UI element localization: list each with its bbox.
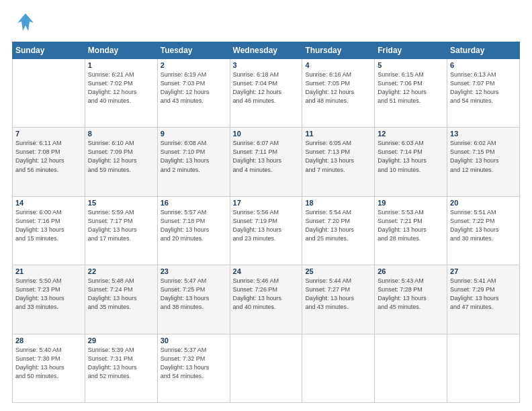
week-row-3: 14Sunrise: 6:00 AM Sunset: 7:16 PM Dayli… — [13, 196, 520, 265]
day-info: Sunrise: 5:50 AM Sunset: 7:23 PM Dayligh… — [15, 277, 82, 312]
day-info: Sunrise: 5:47 AM Sunset: 7:25 PM Dayligh… — [161, 277, 227, 312]
day-number: 26 — [378, 267, 444, 275]
calendar-cell: 25Sunrise: 5:44 AM Sunset: 7:27 PM Dayli… — [302, 265, 375, 334]
day-number: 1 — [88, 61, 154, 69]
calendar-cell: 29Sunrise: 5:39 AM Sunset: 7:31 PM Dayli… — [85, 334, 157, 402]
svg-marker-0 — [17, 13, 34, 31]
calendar-cell: 13Sunrise: 6:02 AM Sunset: 7:15 PM Dayli… — [447, 128, 520, 196]
day-number: 27 — [450, 267, 517, 275]
week-row-5: 28Sunrise: 5:40 AM Sunset: 7:30 PM Dayli… — [13, 334, 520, 402]
day-info: Sunrise: 5:57 AM Sunset: 7:18 PM Dayligh… — [161, 208, 227, 243]
calendar-cell — [447, 334, 520, 402]
day-info: Sunrise: 6:13 AM Sunset: 7:07 PM Dayligh… — [450, 71, 517, 105]
day-number: 11 — [305, 130, 371, 138]
calendar-cell: 23Sunrise: 5:47 AM Sunset: 7:25 PM Dayli… — [157, 265, 230, 334]
day-number: 7 — [15, 130, 82, 138]
weekday-header-thursday: Thursday — [302, 42, 375, 59]
calendar-cell: 22Sunrise: 5:48 AM Sunset: 7:24 PM Dayli… — [85, 265, 157, 334]
day-number: 13 — [450, 130, 517, 138]
day-info: Sunrise: 6:10 AM Sunset: 7:09 PM Dayligh… — [88, 139, 154, 174]
calendar-cell: 28Sunrise: 5:40 AM Sunset: 7:30 PM Dayli… — [13, 334, 85, 402]
calendar-cell: 5Sunrise: 6:15 AM Sunset: 7:06 PM Daylig… — [375, 59, 447, 128]
calendar-cell: 15Sunrise: 5:59 AM Sunset: 7:17 PM Dayli… — [85, 196, 157, 265]
day-info: Sunrise: 5:53 AM Sunset: 7:21 PM Dayligh… — [378, 208, 444, 243]
day-number: 10 — [233, 130, 300, 138]
day-number: 23 — [161, 267, 227, 275]
day-info: Sunrise: 6:02 AM Sunset: 7:15 PM Dayligh… — [450, 139, 517, 174]
day-info: Sunrise: 5:51 AM Sunset: 7:22 PM Dayligh… — [450, 208, 517, 243]
day-info: Sunrise: 6:15 AM Sunset: 7:06 PM Dayligh… — [378, 71, 444, 105]
weekday-header-saturday: Saturday — [447, 42, 520, 59]
weekday-header-row: SundayMondayTuesdayWednesdayThursdayFrid… — [13, 42, 520, 59]
calendar-cell: 21Sunrise: 5:50 AM Sunset: 7:23 PM Dayli… — [13, 265, 85, 334]
page: SundayMondayTuesdayWednesdayThursdayFrid… — [0, 0, 532, 411]
day-info: Sunrise: 6:16 AM Sunset: 7:05 PM Dayligh… — [305, 71, 371, 105]
week-row-2: 7Sunrise: 6:11 AM Sunset: 7:08 PM Daylig… — [13, 128, 520, 196]
day-number: 30 — [161, 336, 227, 345]
calendar-cell: 11Sunrise: 6:05 AM Sunset: 7:13 PM Dayli… — [302, 128, 375, 196]
day-info: Sunrise: 6:03 AM Sunset: 7:14 PM Dayligh… — [378, 139, 444, 174]
day-info: Sunrise: 5:39 AM Sunset: 7:31 PM Dayligh… — [88, 346, 154, 381]
calendar-cell: 8Sunrise: 6:10 AM Sunset: 7:09 PM Daylig… — [85, 128, 157, 196]
day-info: Sunrise: 6:00 AM Sunset: 7:16 PM Dayligh… — [15, 208, 82, 243]
day-info: Sunrise: 6:19 AM Sunset: 7:03 PM Dayligh… — [161, 71, 227, 105]
day-number: 20 — [450, 199, 517, 207]
day-number: 24 — [233, 267, 300, 275]
logo — [12, 12, 35, 36]
day-number: 9 — [161, 130, 227, 138]
day-number: 29 — [88, 336, 154, 345]
calendar-cell: 27Sunrise: 5:41 AM Sunset: 7:29 PM Dayli… — [447, 265, 520, 334]
week-row-4: 21Sunrise: 5:50 AM Sunset: 7:23 PM Dayli… — [13, 265, 520, 334]
week-row-1: 1Sunrise: 6:21 AM Sunset: 7:02 PM Daylig… — [13, 59, 520, 128]
day-info: Sunrise: 6:07 AM Sunset: 7:11 PM Dayligh… — [233, 139, 300, 174]
calendar-cell: 18Sunrise: 5:54 AM Sunset: 7:20 PM Dayli… — [302, 196, 375, 265]
day-info: Sunrise: 5:46 AM Sunset: 7:26 PM Dayligh… — [233, 277, 300, 312]
weekday-header-monday: Monday — [85, 42, 157, 59]
calendar-cell: 17Sunrise: 5:56 AM Sunset: 7:19 PM Dayli… — [230, 196, 302, 265]
calendar-cell — [302, 334, 375, 402]
day-info: Sunrise: 5:54 AM Sunset: 7:20 PM Dayligh… — [305, 208, 371, 243]
day-info: Sunrise: 5:44 AM Sunset: 7:27 PM Dayligh… — [305, 277, 371, 312]
calendar-cell: 14Sunrise: 6:00 AM Sunset: 7:16 PM Dayli… — [13, 196, 85, 265]
calendar-cell: 4Sunrise: 6:16 AM Sunset: 7:05 PM Daylig… — [302, 59, 375, 128]
day-number: 12 — [378, 130, 444, 138]
day-number: 6 — [450, 61, 517, 69]
day-info: Sunrise: 5:48 AM Sunset: 7:24 PM Dayligh… — [88, 277, 154, 312]
calendar-cell — [375, 334, 447, 402]
day-info: Sunrise: 6:21 AM Sunset: 7:02 PM Dayligh… — [88, 71, 154, 105]
day-number: 3 — [233, 61, 300, 69]
calendar-cell: 3Sunrise: 6:18 AM Sunset: 7:04 PM Daylig… — [230, 59, 302, 128]
day-number: 14 — [15, 199, 82, 207]
calendar-cell: 6Sunrise: 6:13 AM Sunset: 7:07 PM Daylig… — [447, 59, 520, 128]
calendar-cell: 1Sunrise: 6:21 AM Sunset: 7:02 PM Daylig… — [85, 59, 157, 128]
day-number: 8 — [88, 130, 154, 138]
day-number: 15 — [88, 199, 154, 207]
day-number: 22 — [88, 267, 154, 275]
calendar-cell: 10Sunrise: 6:07 AM Sunset: 7:11 PM Dayli… — [230, 128, 302, 196]
day-info: Sunrise: 6:05 AM Sunset: 7:13 PM Dayligh… — [305, 139, 371, 174]
day-info: Sunrise: 5:37 AM Sunset: 7:32 PM Dayligh… — [161, 346, 227, 381]
day-info: Sunrise: 6:08 AM Sunset: 7:10 PM Dayligh… — [161, 139, 227, 174]
day-info: Sunrise: 5:43 AM Sunset: 7:28 PM Dayligh… — [378, 277, 444, 312]
weekday-header-wednesday: Wednesday — [230, 42, 302, 59]
calendar-cell — [13, 59, 85, 128]
weekday-header-sunday: Sunday — [13, 42, 85, 59]
day-number: 18 — [305, 199, 371, 207]
logo-bird-icon — [16, 12, 35, 36]
day-info: Sunrise: 6:18 AM Sunset: 7:04 PM Dayligh… — [233, 71, 300, 105]
calendar-cell — [230, 334, 302, 402]
day-number: 19 — [378, 199, 444, 207]
calendar-cell: 7Sunrise: 6:11 AM Sunset: 7:08 PM Daylig… — [13, 128, 85, 196]
calendar-table: SundayMondayTuesdayWednesdayThursdayFrid… — [12, 42, 520, 403]
calendar-cell: 30Sunrise: 5:37 AM Sunset: 7:32 PM Dayli… — [157, 334, 230, 402]
day-info: Sunrise: 5:40 AM Sunset: 7:30 PM Dayligh… — [15, 346, 82, 381]
day-number: 5 — [378, 61, 444, 69]
day-info: Sunrise: 5:59 AM Sunset: 7:17 PM Dayligh… — [88, 208, 154, 243]
day-number: 25 — [305, 267, 371, 275]
calendar-cell: 9Sunrise: 6:08 AM Sunset: 7:10 PM Daylig… — [157, 128, 230, 196]
weekday-header-friday: Friday — [375, 42, 447, 59]
day-number: 21 — [15, 267, 82, 275]
calendar-cell: 26Sunrise: 5:43 AM Sunset: 7:28 PM Dayli… — [375, 265, 447, 334]
day-number: 17 — [233, 199, 300, 207]
day-number: 4 — [305, 61, 371, 69]
